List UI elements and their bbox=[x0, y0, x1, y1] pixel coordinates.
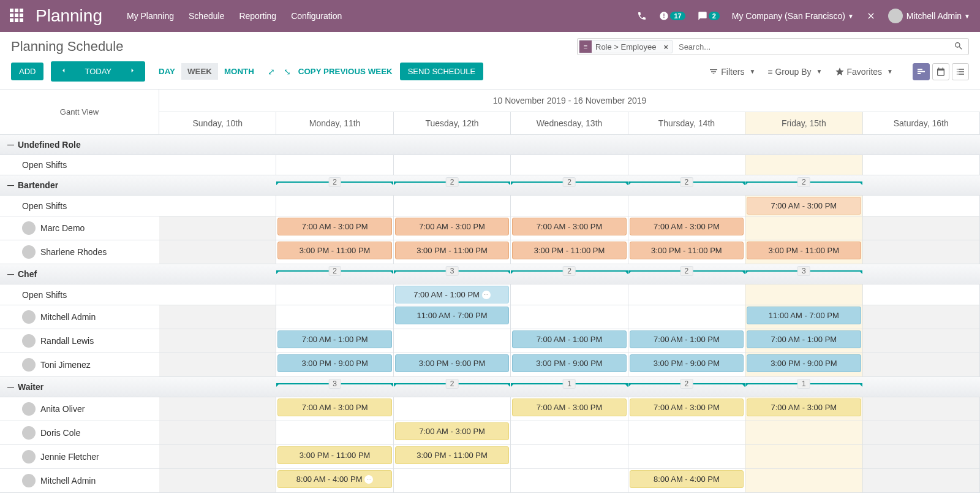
shift-pill[interactable]: 3:00 PM - 11:00 PM bbox=[630, 242, 744, 259]
gantt-cell[interactable] bbox=[863, 216, 980, 240]
gantt-cell[interactable] bbox=[745, 216, 862, 240]
gantt-cell[interactable]: 7:00 AM - 3:00 PM bbox=[745, 397, 862, 421]
shift-pill[interactable]: 11:00 AM - 7:00 PM bbox=[747, 307, 861, 324]
gantt-cell[interactable] bbox=[745, 445, 862, 468]
gantt-cell[interactable] bbox=[863, 397, 980, 421]
gantt-cell[interactable] bbox=[159, 353, 276, 376]
shift-pill[interactable]: 7:00 AM - 3:00 PM bbox=[630, 218, 744, 235]
gantt-cell[interactable] bbox=[745, 155, 862, 175]
gantt-cell[interactable] bbox=[628, 155, 745, 175]
shift-pill[interactable]: 3:00 PM - 11:00 PM bbox=[747, 242, 861, 259]
scale-day[interactable]: DAY bbox=[153, 63, 181, 80]
gantt-cell[interactable]: 3:00 PM - 9:00 PM bbox=[511, 353, 628, 376]
gantt-cell[interactable]: 3:00 PM - 9:00 PM bbox=[628, 353, 745, 376]
gantt-cell[interactable]: 7:00 AM - 1:00 PM bbox=[276, 329, 393, 353]
gantt-cell[interactable]: 8:00 AM - 4:00 PM bbox=[628, 469, 745, 492]
gantt-cell[interactable] bbox=[511, 469, 628, 492]
shift-pill[interactable]: 7:00 AM - 3:00 PM bbox=[512, 218, 626, 235]
gantt-cell[interactable] bbox=[863, 329, 980, 353]
shift-pill[interactable]: 3:00 PM - 11:00 PM bbox=[395, 446, 509, 464]
gantt-cell[interactable]: 7:00 AM - 3:00 PM bbox=[628, 397, 745, 421]
gantt-cell[interactable] bbox=[159, 421, 276, 444]
shift-pill[interactable]: 3:00 PM - 9:00 PM bbox=[630, 354, 744, 372]
gantt-cell[interactable] bbox=[628, 196, 745, 216]
company-selector[interactable]: My Company (San Francisco) ▼ bbox=[732, 11, 854, 21]
gantt-cell[interactable] bbox=[159, 196, 276, 216]
group-row[interactable]: — Bartender22222 bbox=[0, 175, 980, 196]
group-row[interactable]: — Undefined Role bbox=[0, 135, 980, 155]
gantt-cell[interactable]: 7:00 AM - 3:00 PM bbox=[276, 397, 393, 421]
gantt-cell[interactable]: 7:00 AM - 3:00 PM bbox=[628, 216, 745, 240]
shift-pill[interactable]: 8:00 AM - 4:00 PM⋯ bbox=[277, 470, 391, 488]
shift-pill[interactable]: 3:00 PM - 11:00 PM bbox=[512, 242, 626, 259]
gantt-cell[interactable] bbox=[511, 196, 628, 216]
gantt-cell[interactable]: 7:00 AM - 1:00 PM bbox=[511, 329, 628, 353]
shift-pill[interactable]: 3:00 PM - 9:00 PM bbox=[747, 354, 861, 372]
gantt-cell[interactable] bbox=[511, 421, 628, 444]
gantt-cell[interactable]: 7:00 AM - 1:00 PM bbox=[745, 329, 862, 353]
shift-pill[interactable]: 3:00 PM - 11:00 PM bbox=[277, 446, 391, 464]
gantt-cell[interactable]: 3:00 PM - 11:00 PM bbox=[394, 445, 511, 468]
groupby-dropdown[interactable]: ≡ Group By ▼ bbox=[767, 67, 822, 77]
menu-my-planning[interactable]: My Planning bbox=[127, 11, 174, 21]
shift-pill[interactable]: 7:00 AM - 3:00 PM bbox=[512, 399, 626, 416]
facet-remove[interactable]: × bbox=[660, 42, 672, 52]
gantt-cell[interactable] bbox=[276, 155, 393, 175]
shift-pill[interactable]: 7:00 AM - 3:00 PM bbox=[747, 197, 861, 215]
shift-pill[interactable]: 3:00 PM - 11:00 PM bbox=[395, 242, 509, 259]
scale-month[interactable]: MONTH bbox=[218, 63, 260, 80]
messages-icon[interactable]: 2 bbox=[698, 11, 720, 21]
gantt-cell[interactable]: 3:00 PM - 9:00 PM bbox=[276, 353, 393, 376]
gantt-cell[interactable] bbox=[863, 196, 980, 216]
favorites-dropdown[interactable]: Favorites ▼ bbox=[835, 67, 893, 77]
shift-pill[interactable]: 8:00 AM - 4:00 PM bbox=[630, 470, 744, 488]
gantt-cell[interactable]: 7:00 AM - 3:00 PM bbox=[276, 216, 393, 240]
shift-pill[interactable]: 7:00 AM - 1:00 PM⋯ bbox=[395, 286, 509, 303]
gantt-cell[interactable] bbox=[863, 421, 980, 444]
expand-icon[interactable]: ⤢ bbox=[268, 67, 275, 77]
gantt-cell[interactable]: 7:00 AM - 3:00 PM bbox=[745, 196, 862, 216]
shift-pill[interactable]: 7:00 AM - 3:00 PM bbox=[630, 399, 744, 416]
shift-pill[interactable]: 7:00 AM - 3:00 PM bbox=[395, 422, 509, 440]
gantt-cell[interactable]: 3:00 PM - 9:00 PM bbox=[745, 353, 862, 376]
copy-previous-button[interactable]: COPY PREVIOUS WEEK bbox=[298, 67, 393, 76]
shift-pill[interactable]: 3:00 PM - 9:00 PM bbox=[277, 354, 391, 372]
gantt-cell[interactable]: 3:00 PM - 11:00 PM bbox=[628, 240, 745, 264]
gantt-cell[interactable] bbox=[159, 305, 276, 329]
gantt-cell[interactable] bbox=[628, 305, 745, 329]
gantt-cell[interactable] bbox=[394, 155, 511, 175]
gantt-cell[interactable]: 3:00 PM - 11:00 PM bbox=[745, 240, 862, 264]
gantt-cell[interactable]: 3:00 PM - 9:00 PM bbox=[394, 353, 511, 376]
gantt-cell[interactable] bbox=[628, 445, 745, 468]
gantt-cell[interactable] bbox=[511, 155, 628, 175]
gantt-cell[interactable] bbox=[863, 155, 980, 175]
gantt-cell[interactable] bbox=[863, 240, 980, 264]
view-gantt[interactable] bbox=[913, 63, 930, 80]
collapse-icon[interactable]: ⤡ bbox=[284, 67, 291, 77]
filters-dropdown[interactable]: Filters ▼ bbox=[709, 67, 755, 77]
gantt-cell[interactable]: 7:00 AM - 3:00 PM bbox=[511, 397, 628, 421]
search-icon[interactable] bbox=[949, 41, 968, 53]
gantt-cell[interactable]: 3:00 PM - 11:00 PM bbox=[276, 240, 393, 264]
send-schedule-button[interactable]: SEND SCHEDULE bbox=[400, 63, 484, 80]
gantt-cell[interactable] bbox=[276, 421, 393, 444]
group-row[interactable]: — Chef23223 bbox=[0, 264, 980, 284]
gantt-cell[interactable] bbox=[628, 284, 745, 305]
gantt-cell[interactable] bbox=[159, 216, 276, 240]
gantt-cell[interactable] bbox=[394, 397, 511, 421]
gantt-cell[interactable]: 3:00 PM - 11:00 PM bbox=[394, 240, 511, 264]
shift-pill[interactable]: 11:00 AM - 7:00 PM bbox=[395, 307, 509, 324]
gantt-cell[interactable] bbox=[394, 329, 511, 353]
phone-icon[interactable] bbox=[637, 11, 647, 21]
shift-pill[interactable]: 7:00 AM - 3:00 PM bbox=[277, 399, 391, 416]
shift-pill[interactable]: 3:00 PM - 9:00 PM bbox=[512, 354, 626, 372]
shift-pill[interactable]: 7:00 AM - 1:00 PM bbox=[512, 330, 626, 348]
gantt-cell[interactable]: 11:00 AM - 7:00 PM bbox=[745, 305, 862, 329]
gantt-cell[interactable] bbox=[276, 305, 393, 329]
gantt-cell[interactable] bbox=[863, 353, 980, 376]
user-menu[interactable]: Mitchell Admin ▼ bbox=[888, 9, 970, 23]
gantt-cell[interactable] bbox=[628, 421, 745, 444]
menu-reporting[interactable]: Reporting bbox=[239, 11, 276, 21]
gantt-cell[interactable] bbox=[159, 397, 276, 421]
add-button[interactable]: ADD bbox=[11, 63, 43, 80]
